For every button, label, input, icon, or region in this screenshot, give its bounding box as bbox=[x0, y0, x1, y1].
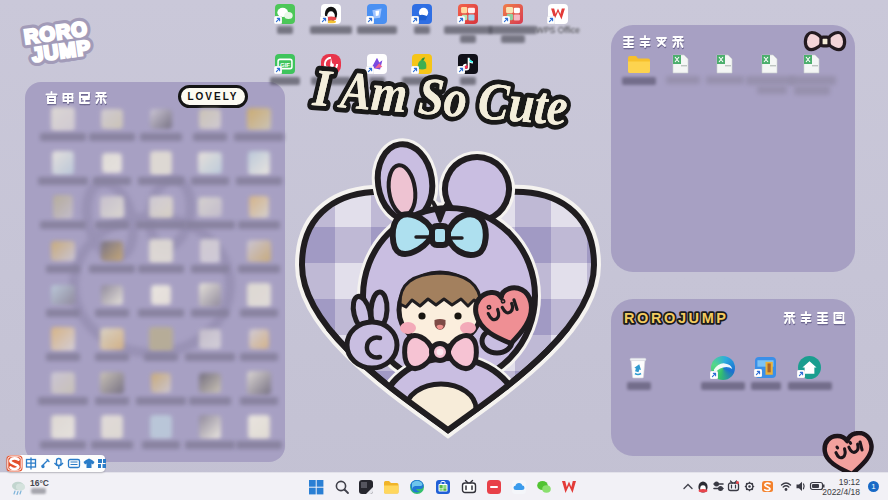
svg-text:I Am So Cute: I Am So Cute bbox=[310, 58, 570, 136]
svg-text:ROROJUMP: ROROJUMP bbox=[624, 310, 729, 326]
